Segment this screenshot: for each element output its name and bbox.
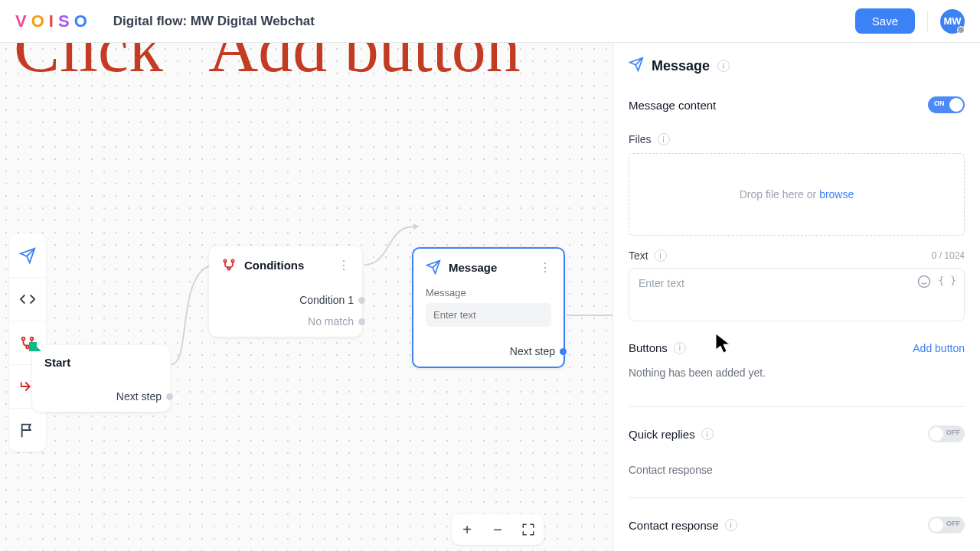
char-count: 0 / 1024 xyxy=(932,250,965,261)
svg-point-4 xyxy=(224,259,226,262)
branch-icon xyxy=(221,257,237,272)
info-icon[interactable]: i xyxy=(658,133,670,145)
add-button[interactable]: Add button xyxy=(913,342,965,354)
divider xyxy=(927,11,928,32)
divider xyxy=(629,406,965,407)
fullscreen-button[interactable] xyxy=(513,514,544,545)
tool-code-icon[interactable] xyxy=(9,278,46,321)
emoji-icon[interactable] xyxy=(917,275,931,292)
message-content-label: Message content xyxy=(629,99,716,112)
buttons-label: Buttons xyxy=(629,341,668,354)
node-conditions-title: Conditions xyxy=(244,259,330,272)
svg-point-2 xyxy=(31,337,34,341)
svg-marker-0 xyxy=(413,223,420,230)
info-icon[interactable]: i xyxy=(655,249,667,262)
text-input[interactable]: Enter text { } xyxy=(629,268,965,321)
send-icon xyxy=(629,57,644,75)
text-placeholder: Enter text xyxy=(639,277,684,289)
no-match-label: No match xyxy=(308,315,354,328)
start-corner-icon xyxy=(28,341,43,356)
node-message-title: Message xyxy=(449,261,531,274)
contact-response2-label: Contact response xyxy=(629,519,719,532)
logo: VOISO xyxy=(15,11,90,31)
svg-point-7 xyxy=(918,276,929,288)
node-start[interactable]: Start Next step xyxy=(32,345,170,412)
info-icon[interactable]: i xyxy=(674,342,686,354)
svg-point-1 xyxy=(22,337,25,341)
node-conditions[interactable]: Conditions ⋮ Condition 1 No match xyxy=(209,246,362,337)
message-field-label: Message xyxy=(426,287,551,298)
divider xyxy=(629,497,965,498)
zoom-out-button[interactable]: − xyxy=(482,514,513,545)
port-dot[interactable] xyxy=(166,393,173,400)
avatar[interactable]: MW xyxy=(940,9,965,34)
kebab-icon[interactable]: ⋮ xyxy=(338,258,350,272)
flow-title: Digital flow: MW Digital Webchat xyxy=(113,14,315,29)
svg-point-5 xyxy=(231,259,234,262)
kebab-icon[interactable]: ⋮ xyxy=(539,260,551,275)
side-panel: Message i Message content ON Files i Dro… xyxy=(612,43,980,551)
text-label: Text xyxy=(629,249,648,262)
info-icon[interactable]: i xyxy=(717,60,730,72)
info-icon[interactable]: i xyxy=(701,428,714,440)
node-message-next: Next step xyxy=(510,345,555,357)
file-dropzone[interactable]: Drop file here or browse xyxy=(629,153,965,236)
contact-response-toggle[interactable]: OFF xyxy=(928,517,965,533)
message-content-toggle[interactable]: ON xyxy=(928,96,965,113)
port-dot[interactable] xyxy=(560,348,567,355)
tool-flag-icon[interactable] xyxy=(9,409,46,452)
tool-send-icon[interactable] xyxy=(9,234,46,277)
message-input[interactable] xyxy=(426,303,551,327)
port-dot[interactable] xyxy=(358,297,365,304)
buttons-empty-text: Nothing has been added yet. xyxy=(629,367,965,379)
port-dot[interactable] xyxy=(358,318,365,325)
zoom-in-button[interactable]: + xyxy=(452,514,482,545)
dropzone-text: Drop file here or xyxy=(740,188,816,201)
panel-title: Message xyxy=(652,58,710,74)
save-button[interactable]: Save xyxy=(855,8,915,34)
node-start-title: Start xyxy=(44,356,158,369)
zoom-controls: + − xyxy=(452,514,544,545)
condition-1-label: Condition 1 xyxy=(299,294,354,306)
quick-replies-label: Quick replies xyxy=(629,428,695,441)
node-start-next: Next step xyxy=(116,390,162,403)
header: VOISO Digital flow: MW Digital Webchat S… xyxy=(0,0,980,43)
node-message[interactable]: Message ⋮ Message Next step xyxy=(412,247,565,368)
quick-replies-toggle[interactable]: OFF xyxy=(928,425,965,442)
braces-icon[interactable]: { } xyxy=(939,275,956,292)
send-icon xyxy=(426,259,441,275)
info-icon[interactable]: i xyxy=(725,519,737,531)
browse-link[interactable]: browse xyxy=(819,188,854,201)
files-label: Files xyxy=(629,133,652,145)
contact-response-label: Contact response xyxy=(629,464,965,476)
